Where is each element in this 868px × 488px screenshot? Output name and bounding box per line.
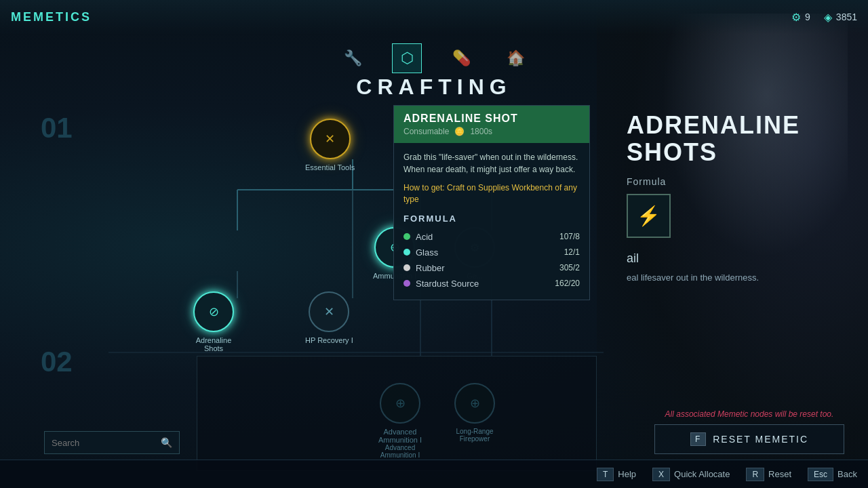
formula-item-acid: Acid 107/8	[403, 229, 580, 245]
formula-item-stardust: Stardust Source 162/20	[403, 276, 580, 291]
tooltip-body: Grab this "life-saver" when out in the w…	[394, 143, 589, 300]
bottom-area: All associated Memetic nodes will be res…	[631, 409, 868, 454]
formula-item-rubber: Rubber 305/2	[403, 260, 580, 276]
acid-name: Acid	[416, 232, 433, 242]
hp-recovery-label: HP Recovery I	[305, 336, 353, 344]
hp-recovery-icon: ✕	[309, 291, 349, 332]
crafting-tab-icon: ⬡	[392, 43, 422, 73]
panel-item-name: ADRENALINE SHOTS	[627, 112, 852, 165]
hotkey-reset-label: Reset	[768, 469, 791, 479]
tooltip-popup: ADRENALINE SHOT Consumable 🪙 1800s Grab …	[393, 105, 590, 300]
stat-resource: ◈ 3851	[824, 11, 857, 24]
glass-dot	[403, 249, 410, 256]
resource-stat-icon: ◈	[824, 11, 832, 24]
panel-formula-label: Formula	[627, 176, 852, 187]
hotkey-help-key: T	[597, 468, 614, 481]
adv-ammo-label: Advanced Ammunition I	[373, 428, 427, 444]
formula-item-glass-left: Glass	[403, 247, 438, 258]
tooltip-cost-icon: 🪙	[454, 127, 465, 136]
page-title: CRAFTING	[356, 75, 511, 100]
formula-item-rubber-left: Rubber	[403, 263, 445, 273]
shelter-tab-icon: 🏠	[500, 43, 530, 73]
tooltip-type: Consumable	[403, 127, 449, 136]
cat-tab-tools[interactable]: 🔧	[332, 39, 373, 77]
hotkey-reset: R Reset	[746, 468, 791, 481]
cat-tab-crafting[interactable]: ⬡	[387, 39, 427, 77]
hotkey-quickalloc-label: Quick Allocate	[674, 469, 730, 479]
panel-detail-label: ail	[627, 251, 852, 266]
longrange-label: Long-Range Firepower	[448, 428, 502, 443]
node-essential-tools[interactable]: ✕ Essential Tools	[305, 119, 355, 171]
stat-gear: ⚙ 9	[791, 11, 810, 24]
longrange-icon: ⊕	[454, 383, 495, 424]
hotkey-help: T Help	[597, 468, 636, 481]
essential-tools-icon: ✕	[310, 119, 351, 159]
right-panel: ADRENALINE SHOTS Formula ⚡ ail eal lifes…	[610, 98, 868, 451]
acid-amount: 107/8	[559, 232, 580, 241]
tooltip-title: ADRENALINE SHOT	[403, 113, 518, 125]
cat-tab-medicine[interactable]: 💊	[441, 39, 481, 77]
reset-warning: All associated Memetic nodes will be res…	[631, 409, 868, 419]
acid-dot	[403, 233, 410, 240]
adrenaline-icon: ⊘	[193, 291, 234, 332]
reset-button-key: F	[690, 432, 706, 446]
reset-button[interactable]: F Reset Memetic	[654, 424, 844, 454]
tooltip-header: ADRENALINE SHOT Consumable 🪙 1800s	[394, 106, 589, 143]
formula-item-acid-left: Acid	[403, 232, 433, 242]
app-logo: MEMETICS	[11, 10, 92, 24]
tooltip-header-content: ADRENALINE SHOT Consumable 🪙 1800s	[403, 113, 518, 136]
rubber-amount: 305/2	[559, 263, 580, 272]
hotkey-back-label: Back	[837, 469, 857, 479]
adv-ammo-label-text: Advanced Ammunition I	[373, 444, 427, 459]
rubber-name: Rubber	[416, 263, 445, 273]
glass-amount: 12/1	[564, 247, 580, 257]
formula-item-stardust-left: Stardust Source	[403, 279, 479, 289]
resource-stat-value: 3851	[836, 12, 857, 22]
adrenaline-label: Adrenaline Shots	[186, 336, 241, 352]
tooltip-how-to-get: How to get: Craft on Supplies Workbench …	[403, 182, 580, 205]
cat-tab-shelter[interactable]: 🏠	[495, 39, 536, 77]
hotkey-bar: T Help X Quick Allocate R Reset Esc Back	[0, 460, 868, 488]
essential-tools-label: Essential Tools	[305, 163, 355, 171]
reset-button-label: Reset Memetic	[713, 434, 808, 445]
search-input-wrap: 🔍	[44, 431, 180, 454]
tooltip-subtitle: Consumable 🪙 1800s	[403, 127, 518, 136]
stardust-name: Stardust Source	[416, 279, 479, 289]
node-hp-recovery[interactable]: ✕ HP Recovery I	[305, 291, 353, 344]
panel-detail-text: eal lifesaver out in the wilderness.	[627, 271, 852, 285]
node-advanced-ammunition[interactable]: ⊕ Advanced Ammunition I Advanced Ammunit…	[373, 383, 427, 459]
hotkey-quick-allocate: X Quick Allocate	[652, 468, 730, 481]
formula-item-glass: Glass 12/1	[403, 245, 580, 260]
gear-stat-value: 9	[805, 12, 810, 22]
node-adrenaline-shots[interactable]: ⊘ Adrenaline Shots	[186, 291, 241, 352]
search-bar: 🔍	[44, 431, 180, 454]
search-input[interactable]	[52, 438, 157, 448]
tooltip-description: Grab this "life-saver" when out in the w…	[403, 151, 580, 176]
node-longrange-firepower[interactable]: ⊕ Long-Range Firepower	[448, 383, 502, 443]
tooltip-formula-header: FORMULA	[403, 214, 580, 224]
tools-tab-icon: 🔧	[338, 43, 368, 73]
tooltip-cost: 1800s	[470, 127, 492, 136]
search-icon: 🔍	[161, 437, 172, 448]
stardust-amount: 162/20	[555, 279, 580, 288]
panel-formula-icon: ⚡	[627, 194, 671, 238]
hotkey-quickalloc-key: X	[652, 468, 670, 481]
top-stats: ⚙ 9 ◈ 3851	[791, 11, 857, 24]
hotkey-help-label: Help	[618, 469, 636, 479]
hotkey-back-key: Esc	[808, 468, 833, 481]
hotkey-reset-key: R	[746, 468, 764, 481]
formula-item-icon: ⚡	[637, 205, 660, 227]
rubber-dot	[403, 264, 410, 271]
top-bar: MEMETICS ⚙ 9 ◈ 3851	[0, 0, 868, 34]
row-label-01: 01	[41, 112, 73, 144]
medicine-tab-icon: 💊	[446, 43, 476, 73]
gear-stat-icon: ⚙	[791, 11, 801, 24]
glass-name: Glass	[416, 247, 438, 258]
stardust-dot	[403, 280, 410, 287]
hotkey-back: Esc Back	[808, 468, 857, 481]
row-label-02: 02	[41, 346, 73, 378]
adv-ammo-icon: ⊕	[380, 383, 420, 424]
